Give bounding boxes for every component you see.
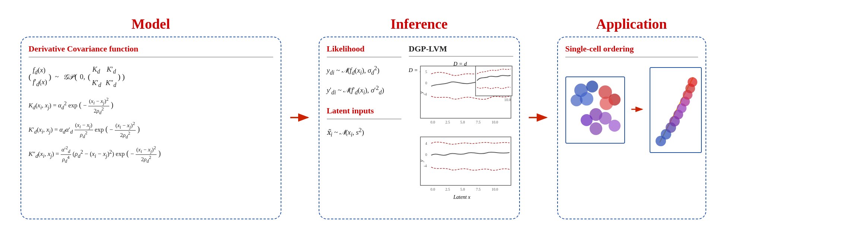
svg-text:4: 4 [425,141,427,145]
svg-text:5.0: 5.0 [460,120,465,124]
svg-point-34 [581,114,593,126]
svg-text:0.0: 0.0 [430,120,435,124]
svg-rect-14 [420,137,511,185]
eq-latent: x̃i ~ 𝒩(xi, s2) [327,125,401,140]
svg-text:0: 0 [425,153,427,157]
inference-box: Likelihood ydi ~ 𝒩(fd(xi), σd2) y′di ~ 𝒩… [319,37,520,219]
svg-text:5.0: 5.0 [460,187,465,191]
cell-arrow [630,104,644,116]
model-divider [29,57,273,57]
svg-text:5: 5 [425,70,427,74]
eq-likelihood1: ydi ~ 𝒩(fd(xi), σd2) [327,63,401,78]
latent-title: Latent inputs [327,106,401,116]
plots-area: D = 1 D = d y 5 0 [409,63,513,209]
likelihood-divider [327,57,401,57]
eq-Kd-prime: K′d(xi, xj) = αdα′d (xi − xj) ρd2 exp ( … [29,121,273,140]
svg-text:y: y [420,160,424,163]
application-subtitle: Single-cell ordering [565,44,698,54]
model-section: Model Derivative Covariance function ( f… [17,16,285,219]
eq-likelihood2: y′di ~ 𝒩(f′d(xi), σ′2d) [327,83,401,98]
arrow-inference-to-application [527,108,550,127]
model-title: Model [132,16,170,32]
plot-bottom-frame: 4 0 -4 y 0.0 2.5 5.0 7.5 10.0 [409,137,513,209]
application-section: Application Single-cell ordering [553,16,710,219]
main-container: Model Derivative Covariance function ( f… [9,6,859,229]
eq-Kd: Kd(xi, xj) = αd2 exp ( − (xi − xj)2 2ρd2… [29,97,273,116]
cell-cluster-panel [565,76,625,144]
latent-divider [327,119,401,119]
likelihood-title: Likelihood [327,44,401,54]
application-divider [565,57,698,57]
svg-text:10.0: 10.0 [504,98,511,102]
plots-divider [409,56,513,57]
svg-text:7.5: 7.5 [476,120,481,124]
arrow-model-to-inference [289,108,311,127]
eq-joint-gp: ( fd(x) f′d(x) ) ~ 𝒢𝒫 ( 0, ( KdK′d K′dK″… [29,63,273,90]
cell-content [565,67,698,153]
svg-text:7.5: 7.5 [476,187,481,191]
application-box: Single-cell ordering [557,37,706,219]
svg-point-27 [586,81,598,93]
svg-point-37 [590,122,602,135]
dgp-lvm-label: DGP-LVM [409,44,513,54]
eq-Kd-double-prime: K″d(xi, xj) = α′2d ρd4 (ρd2 − (xi − xj)2… [29,145,273,164]
svg-text:0.0: 0.0 [430,187,435,191]
svg-text:10.0: 10.0 [492,187,498,191]
model-subtitle: Derivative Covariance function [29,44,273,54]
model-box: Derivative Covariance function ( fd(x) f… [20,37,281,219]
latent-x-label: Latent x [454,194,471,200]
svg-text:-4: -4 [424,92,427,96]
plot-top-frame: D = 1 D = d y 5 0 [409,63,513,135]
svg-point-29 [571,94,583,106]
svg-point-32 [600,97,613,110]
inference-title: Inference [391,16,448,32]
svg-text:2.5: 2.5 [445,187,450,191]
cell-ordered-panel [650,67,702,153]
inference-section: Inference Likelihood ydi ~ 𝒩(fd(xi), σd2… [315,16,524,219]
svg-text:-4: -4 [424,164,427,168]
svg-point-50 [688,77,697,87]
svg-rect-12 [476,66,512,96]
svg-text:0: 0 [425,81,427,85]
svg-text:10.0: 10.0 [492,120,498,124]
application-title: Application [596,16,667,32]
svg-point-36 [609,120,621,132]
svg-text:2.5: 2.5 [445,120,450,124]
